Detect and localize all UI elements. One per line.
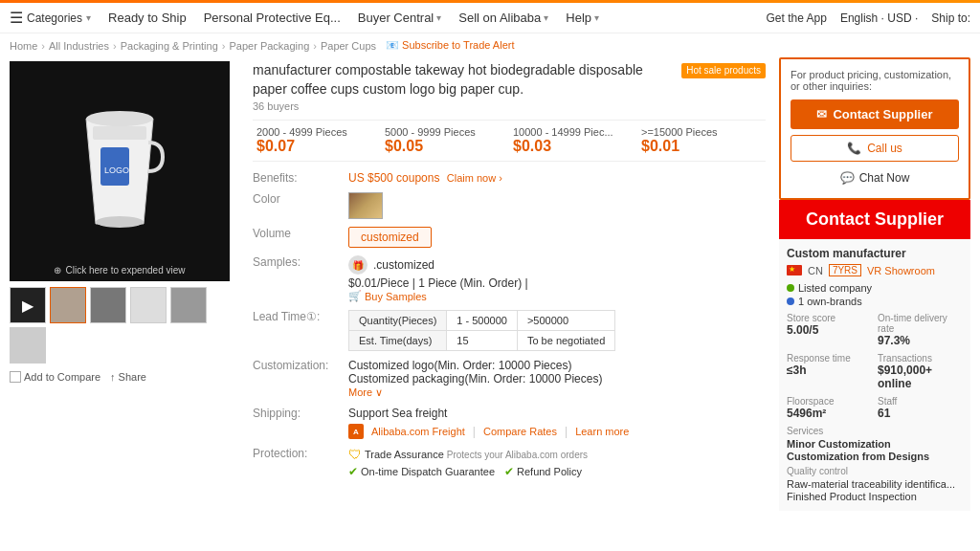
samples-detail: 🎁 .customized <box>348 255 528 275</box>
ship-to-label: Ship to: <box>931 11 970 25</box>
supplier-panel: For product pricing, customization, or o… <box>779 57 970 511</box>
claim-now-link[interactable]: Claim now › <box>447 172 502 184</box>
breadcrumb-paper-cups[interactable]: Paper Cups <box>321 40 376 52</box>
breadcrumb-paper-packaging[interactable]: Paper Packaging <box>229 40 309 52</box>
main-content: LOGO ⊕ Click here to expended view ▶ Add… <box>0 57 980 511</box>
categories-menu[interactable]: ☰ Categories ▾ <box>10 9 91 27</box>
ready-to-ship-link[interactable]: Ready to Ship <box>108 11 187 25</box>
on-time-dispatch: ✔ On-time Dispatch Guarantee <box>348 465 495 478</box>
learn-more-link[interactable]: Learn more <box>575 426 629 437</box>
breadcrumb-packaging[interactable]: Packaging & Printing <box>121 40 218 52</box>
quality-item-2: Finished Product Inspection <box>787 491 963 502</box>
thumbnail-6[interactable] <box>10 327 46 364</box>
top-nav-right: Get the App English · USD · Ship to: <box>767 11 970 25</box>
color-row: Color <box>253 192 766 219</box>
supplier-info: Custom manufacturer CN 7YRS VR Showroom … <box>779 239 970 511</box>
alibaba-logo: A <box>348 424 364 439</box>
personal-protective-link[interactable]: Personal Protective Eq... <box>204 11 341 25</box>
service-minor-customization: Minor Customization <box>787 438 963 450</box>
product-info: manufacturer compostable takeway hot bio… <box>239 57 779 511</box>
supplier-type: Custom manufacturer <box>787 247 963 260</box>
trade-assurance: 🛡 Trade Assurance Protects your Alibaba.… <box>348 447 588 462</box>
expand-view-button[interactable]: ⊕ Click here to expended view <box>54 265 185 276</box>
svg-point-1 <box>86 111 153 126</box>
tag-own-brands: 1 own-brands <box>787 296 963 307</box>
language-selector[interactable]: English · USD · <box>840 11 918 25</box>
hot-badge: Hot sale products <box>681 63 766 78</box>
refund-policy: ✔ Refund Policy <box>504 465 582 478</box>
vr-showroom-link[interactable]: VR Showroom <box>867 265 935 276</box>
more-customization-link[interactable]: More ∨ <box>348 386 383 398</box>
volume-customized-button[interactable]: customized <box>348 227 432 248</box>
samples-row: Samples: 🎁 .customized $0.01/Piece | 1 P… <box>253 255 766 302</box>
refund-policy-icon: ✔ <box>504 465 514 478</box>
service-customization-designs: Customization from Designs <box>787 451 963 462</box>
floorspace: Floorspace 5496m² <box>787 396 872 420</box>
alibaba-freight-row: A Alibaba.com Freight | Compare Rates | … <box>348 424 629 439</box>
years-badge: 7YRS <box>829 264 861 276</box>
categories-chevron: ▾ <box>86 12 91 23</box>
thumbnail-3[interactable] <box>90 287 126 323</box>
price-col-2: 5000 - 9999 Pieces $0.05 <box>381 126 509 155</box>
thumbnail-1[interactable]: ▶ <box>10 287 46 323</box>
protection-row: Protection: 🛡 Trade Assurance Protects y… <box>253 447 766 478</box>
transactions: Transactions $910,000+ online <box>878 353 963 390</box>
price-col-1: 2000 - 4999 Pieces $0.07 <box>253 126 381 155</box>
share-button[interactable]: ↑ Share <box>110 371 146 383</box>
response-time: Response time ≤3h <box>787 353 872 390</box>
compare-checkbox[interactable] <box>10 371 21 383</box>
subscribe-trade-alert[interactable]: 📧 Subscribe to Trade Alert <box>386 39 514 52</box>
help-chevron: ▾ <box>594 12 599 23</box>
contact-desc: For product pricing, customization, or o… <box>791 69 959 92</box>
add-to-compare[interactable]: Add to Compare <box>10 371 100 383</box>
help-link[interactable]: Help ▾ <box>566 11 599 25</box>
compare-rates-link[interactable]: Compare Rates <box>483 426 557 437</box>
phone-icon: 📞 <box>847 142 861 155</box>
color-swatch[interactable] <box>348 192 383 219</box>
coupon-link[interactable]: US $500 coupons <box>348 171 439 185</box>
on-time-delivery: On-time delivery rate 97.3% <box>878 313 963 347</box>
breadcrumb-home[interactable]: Home <box>10 40 37 52</box>
protection-items: 🛡 Trade Assurance Protects your Alibaba.… <box>348 447 588 462</box>
sell-on-alibaba-link[interactable]: Sell on Alibaba ▾ <box>458 11 548 25</box>
thumbnails: ▶ <box>10 287 239 364</box>
call-us-button[interactable]: 📞 Call us <box>791 135 959 162</box>
main-product-image: LOGO ⊕ Click here to expended view <box>10 61 230 281</box>
own-brands-icon <box>787 298 794 305</box>
shipping-row: Shipping: Support Sea freight A Alibaba.… <box>253 407 766 439</box>
price-col-4: >=15000 Pieces $0.01 <box>637 126 766 155</box>
top-nav: ☰ Categories ▾ Ready to Ship Personal Pr… <box>0 3 980 33</box>
buyer-central-link[interactable]: Buyer Central ▾ <box>358 11 441 25</box>
svg-text:LOGO: LOGO <box>104 165 129 175</box>
dispatch-guarantee-icon: ✔ <box>348 465 358 478</box>
thumbnail-4[interactable] <box>130 287 167 323</box>
get-app-link[interactable]: Get the App <box>767 11 827 25</box>
buy-samples-link[interactable]: 🛒 Buy Samples <box>348 290 528 302</box>
chat-icon: 💬 <box>840 171 855 185</box>
samples-icon: 🎁 <box>348 255 368 275</box>
benefits-row: Benefits: US $500 coupons Claim now › <box>253 171 766 185</box>
thumbnail-2[interactable] <box>50 287 86 323</box>
breadcrumb-all-industries[interactable]: All Industries <box>49 40 109 52</box>
supplier-meta: CN 7YRS VR Showroom <box>787 264 963 276</box>
volume-row: Volume customized <box>253 227 766 248</box>
cn-flag <box>787 265 802 276</box>
buyers-count: 36 buyers <box>253 100 766 112</box>
product-title: manufacturer compostable takeway hot bio… <box>253 61 766 99</box>
svg-point-2 <box>96 216 144 228</box>
cup-svg: LOGO <box>72 109 167 233</box>
supplier-tags: Listed company 1 own-brands <box>787 282 963 307</box>
compare-share-row: Add to Compare ↑ Share <box>10 371 239 383</box>
alibaba-freight-link[interactable]: Alibaba.com Freight <box>371 426 465 437</box>
staff: Staff 61 <box>878 396 963 420</box>
lead-time-table: Quantity(Pieces) 1 - 500000 >500000 Est.… <box>348 310 615 351</box>
contact-banner: Contact Supplier <box>779 200 970 239</box>
svg-rect-3 <box>93 126 146 140</box>
chat-now-button[interactable]: 💬 Chat Now <box>791 167 959 188</box>
thumbnail-5[interactable] <box>170 287 207 323</box>
breadcrumb: Home › All Industries › Packaging & Prin… <box>0 33 980 57</box>
buyer-central-chevron: ▾ <box>436 12 441 23</box>
supplier-stats: Store score 5.00/5 On-time delivery rate… <box>787 313 963 420</box>
price-table: 2000 - 4999 Pieces $0.07 5000 - 9999 Pie… <box>253 120 766 162</box>
contact-supplier-button[interactable]: ✉ Contact Supplier <box>791 99 959 129</box>
